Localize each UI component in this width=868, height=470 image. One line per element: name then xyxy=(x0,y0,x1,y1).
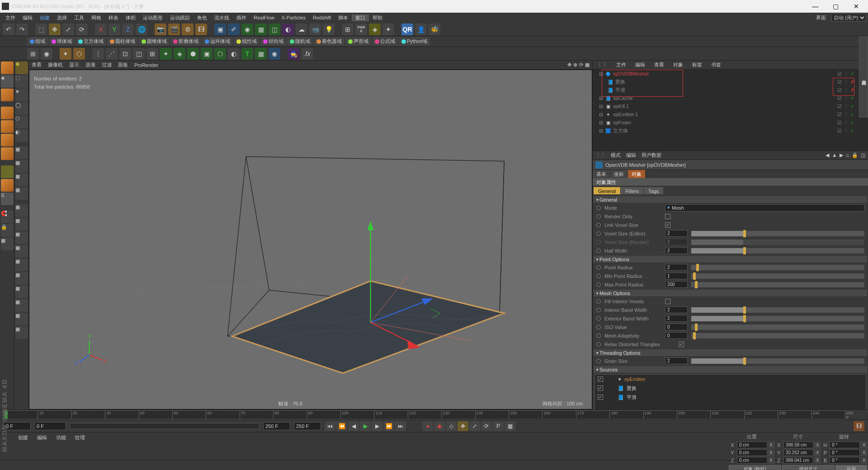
voxed-anim-icon[interactable] xyxy=(596,231,601,236)
spline-button[interactable]: ✐ xyxy=(228,24,240,35)
grid-10[interactable]: ▦ xyxy=(15,272,28,285)
play-button[interactable]: ▶ xyxy=(360,421,371,431)
field-cone[interactable]: 圆锥体域 xyxy=(139,37,170,46)
menu-volume[interactable]: 体积 xyxy=(122,14,139,21)
redo-button[interactable]: ↷ xyxy=(16,24,28,35)
mat-edit[interactable]: 编辑 xyxy=(37,434,47,458)
menu-plugins[interactable]: 插件 xyxy=(233,14,250,21)
mograph-button[interactable]: ✦ xyxy=(382,24,394,35)
apply-button[interactable]: 应用 xyxy=(835,465,867,470)
render-settings-button[interactable]: ⚙ xyxy=(182,24,193,35)
vp-nav-1-icon[interactable]: ✥ xyxy=(567,62,571,68)
make-editable-button[interactable] xyxy=(1,61,14,74)
menu-window[interactable]: 窗口 xyxy=(352,14,369,21)
qr-button[interactable]: QR xyxy=(401,24,413,35)
xp-tool-9[interactable]: ⊞ xyxy=(146,48,158,60)
deformer-button[interactable]: ◐ xyxy=(282,24,294,35)
grid-6[interactable]: ▦ xyxy=(15,218,28,230)
menu-character[interactable]: 角色 xyxy=(193,14,211,21)
total-end-input[interactable]: 250 F xyxy=(294,422,321,430)
om-tags[interactable]: 标签 xyxy=(689,61,705,69)
attr-body[interactable]: General Mode▾Mesh Render Only Link Voxel… xyxy=(593,195,868,409)
menu-tracking[interactable]: 运动跟踪 xyxy=(166,14,193,21)
tab-general[interactable]: General xyxy=(594,187,621,194)
cube-primitive-button[interactable]: ▣ xyxy=(214,24,226,35)
point-mode-button[interactable] xyxy=(1,120,14,133)
grid-9[interactable]: ▦ xyxy=(15,258,28,271)
select-tool[interactable]: ⬚ xyxy=(35,24,47,35)
xp-tool-15[interactable]: ◐ xyxy=(228,48,240,60)
attr-nav-lock-icon[interactable]: 🔒 xyxy=(852,152,858,158)
maxpr-input[interactable]: 200 xyxy=(665,281,688,288)
objmgr-handle-icon[interactable]: ⋮⋮ xyxy=(594,61,610,69)
attr-edit[interactable]: 编辑 xyxy=(626,152,636,159)
grid-12[interactable]: ▦ xyxy=(15,299,28,312)
camera-button[interactable]: 📹 xyxy=(309,24,321,35)
maximize-button[interactable]: ▢ xyxy=(826,0,846,13)
halfwidth-input[interactable]: 2 xyxy=(665,247,688,254)
xp-tool-5[interactable]: ⋮ xyxy=(92,48,104,60)
field-radial[interactable]: 径向域 xyxy=(260,37,286,46)
axis-mode-button[interactable] xyxy=(1,165,14,178)
maxpr-slider[interactable] xyxy=(691,282,864,287)
menu-pipeline[interactable]: 流水线 xyxy=(211,14,233,21)
vp-nav-4-icon[interactable]: ▦ xyxy=(585,62,590,68)
xpresso-button[interactable]: ⊞ xyxy=(342,24,354,35)
xp-tool-12[interactable]: ⬢ xyxy=(187,48,199,60)
goto-end-button[interactable]: ⏭ xyxy=(395,421,406,431)
grid-14[interactable]: ▦ xyxy=(15,326,28,339)
menu-mograph[interactable]: 运动图形 xyxy=(139,14,166,21)
key-param-button[interactable]: P xyxy=(493,421,504,431)
xp-tool-4[interactable]: ⬡ xyxy=(73,48,85,60)
xp-tool-7[interactable]: ⊡ xyxy=(119,48,131,60)
volume-button[interactable]: ◫ xyxy=(269,24,280,35)
sources-list[interactable]: ✓✦xpEmitter ✓📘置换 ✓📘平滑 xyxy=(594,374,866,409)
undo-button[interactable]: ↶ xyxy=(3,24,14,35)
mode-anim-icon[interactable] xyxy=(596,206,601,210)
obj-row-5[interactable]: ⊟✦xpEmitter.1☑⋮✓ xyxy=(593,110,868,118)
menu-script[interactable]: 脚本 xyxy=(335,14,352,21)
field-button[interactable]: ◈ xyxy=(369,24,381,35)
vp-menu-panel[interactable]: 面板 xyxy=(118,61,128,68)
halfwidth-slider[interactable] xyxy=(691,248,864,254)
field-sphere[interactable]: 球体域 xyxy=(49,37,75,46)
vp-menu-camera[interactable]: 摄像机 xyxy=(48,61,63,68)
adapt-input[interactable]: 0 xyxy=(665,332,688,339)
picture-viewer-button[interactable]: 🎞 xyxy=(195,24,207,35)
texture-mode-button[interactable] xyxy=(1,89,14,101)
attr-nav-home-icon[interactable]: ⌂ xyxy=(846,152,849,158)
size-Z[interactable]: 399.041 cm xyxy=(783,457,814,464)
tab-basic[interactable]: 基本 xyxy=(593,170,610,178)
field-random[interactable]: 随机域 xyxy=(287,37,313,46)
timeline-window-button[interactable]: 🎞 xyxy=(854,421,864,431)
axis-x-button[interactable]: X xyxy=(95,24,107,35)
grp-thread[interactable]: Threading Options xyxy=(594,349,867,357)
edge-mode-button[interactable] xyxy=(1,134,14,146)
grid-4[interactable]: ▦ xyxy=(15,187,28,200)
viewport-solo-button[interactable]: ▦ xyxy=(1,238,14,250)
key-rot-button[interactable]: ⟳ xyxy=(481,421,492,431)
lasso-tool[interactable]: ◯ xyxy=(15,102,28,115)
xp-tool-11[interactable]: ◈ xyxy=(174,48,185,60)
obj-row-4[interactable]: ⊟▣xpKill.1☑⋮✓ xyxy=(593,102,868,110)
src-name-2[interactable]: 平滑 xyxy=(627,394,637,401)
minpr-input[interactable]: 1 xyxy=(665,273,688,279)
side-tab[interactable]: 内容浏览器 xyxy=(859,36,868,118)
linkvoxel-checkbox[interactable]: ✓ xyxy=(665,222,670,228)
xp-tool-17[interactable]: ▦ xyxy=(255,48,267,60)
voxeled-input[interactable]: 2 xyxy=(665,230,688,237)
arrow-tool[interactable]: ➤ xyxy=(15,89,28,101)
menu-mesh[interactable]: 网格 xyxy=(88,14,105,21)
om-edit[interactable]: 编辑 xyxy=(632,61,648,69)
xp-tool-13[interactable]: ▣ xyxy=(201,48,212,60)
xp-tool-14[interactable]: ⬡ xyxy=(214,48,226,60)
menu-create[interactable]: 创建 xyxy=(36,14,53,21)
om-objects[interactable]: 对象 xyxy=(670,61,686,69)
pos-Z[interactable]: 0 cm xyxy=(737,457,767,464)
ebw-slider[interactable] xyxy=(691,316,864,321)
xp-tool-10[interactable]: ✦ xyxy=(160,48,172,60)
magnet-button[interactable]: 🧲 xyxy=(1,211,14,223)
ibw-input[interactable]: 2 xyxy=(665,306,688,313)
move-tool[interactable]: ✥ xyxy=(49,24,61,35)
current-frame-input[interactable]: 0 F xyxy=(34,422,66,430)
